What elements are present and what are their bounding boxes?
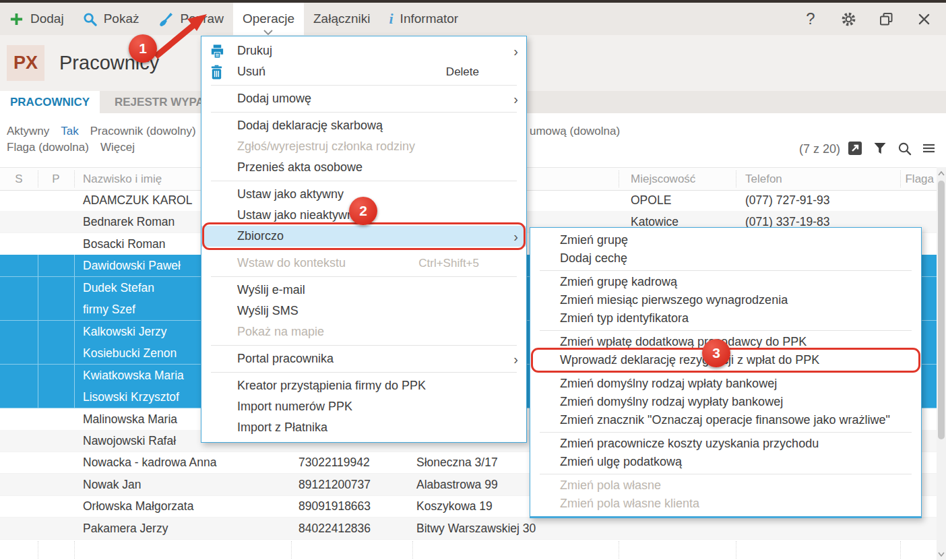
annotation-step-3: 3 bbox=[702, 339, 730, 367]
cell-name: Nowacka - kadrowa Anna bbox=[83, 452, 216, 473]
cell-separator bbox=[38, 342, 38, 364]
menu-item-dodaj-umowę[interactable]: Dodaj umowę› bbox=[201, 88, 526, 109]
menu-item-label: Portal pracownika bbox=[237, 352, 334, 366]
menu-item-label: Pokaż na mapie bbox=[237, 325, 324, 339]
menu-separator bbox=[540, 474, 912, 474]
cell-separator bbox=[74, 365, 75, 386]
record-count: (7 z 20) bbox=[799, 142, 840, 156]
menu-item-label: Zmień domyślny rodzaj wpłaty bankowej bbox=[560, 377, 777, 391]
column-separator bbox=[736, 170, 736, 187]
menu-item-zmień-grupę-kadrową[interactable]: Zmień grupę kadrową bbox=[530, 273, 921, 291]
filter-aktywny[interactable]: Aktywny bbox=[7, 125, 49, 138]
toolbar-item-label: Operacje bbox=[243, 11, 294, 26]
search-small-icon[interactable] bbox=[897, 142, 912, 156]
cell-separator bbox=[74, 342, 75, 364]
menu-item-kreator-przystąpienia-firmy-do-ppk[interactable]: Kreator przystąpienia firmy do PPK bbox=[201, 375, 526, 396]
filter-pracownik-dowolny[interactable]: Pracownik (dowolny) bbox=[90, 125, 196, 138]
toolbar-item-załączniki[interactable]: Załączniki bbox=[304, 3, 379, 35]
menu-item-shortcut: Ctrl+Shift+5 bbox=[418, 257, 526, 270]
menu-item-zmień-typ-identyfikatora[interactable]: Zmień typ identyfikatora bbox=[530, 309, 921, 328]
cell-pesel: 89091918663 bbox=[298, 495, 371, 517]
column-header-flag[interactable]: Flaga bbox=[846, 168, 934, 190]
cell-name: Nawojowski Rafał bbox=[83, 430, 176, 452]
menu-item-dodaj-deklarację-skarbową[interactable]: Dodaj deklarację skarbową bbox=[201, 115, 526, 136]
menu-item-drukuj[interactable]: Drukuj› bbox=[201, 40, 526, 61]
column-header-p[interactable]: P bbox=[38, 168, 74, 190]
menu-item-zmień-pola-własne: Zmień pola własne bbox=[530, 476, 921, 495]
filter-flaga-dowolna[interactable]: Flaga (dowolna) bbox=[7, 141, 89, 154]
menu-item-label: Zmień pola własne bbox=[560, 478, 661, 493]
annotation-step-2: 2 bbox=[349, 197, 377, 225]
settings-button[interactable] bbox=[840, 10, 857, 28]
column-header-phone[interactable]: Telefon bbox=[745, 168, 863, 190]
menu-item-zbiorczo[interactable]: Zbiorczo› bbox=[201, 226, 526, 247]
menu-item-zmień-domyślny-rodzaj-wypłaty-bankowej[interactable]: Zmień domyślny rodzaj wypłaty bankowej bbox=[530, 393, 921, 411]
menu-separator bbox=[540, 432, 912, 433]
hamburger-icon[interactable] bbox=[922, 143, 935, 154]
filter-contract-fragment[interactable]: umową (dowolna) bbox=[530, 125, 620, 138]
cell-name: Dudek Stefan bbox=[83, 277, 154, 299]
cell-name: Dawidowski Paweł bbox=[83, 255, 181, 276]
open-in-new-icon[interactable] bbox=[848, 141, 862, 156]
restore-button[interactable] bbox=[877, 10, 895, 28]
table-row[interactable]: Pakamera Jerzy84022412836Bitwy Warszawsk… bbox=[0, 518, 937, 540]
menu-item-label: Zmień miesiąc pierwszego wynagrodzenia bbox=[560, 293, 788, 307]
info-icon: i bbox=[389, 11, 393, 26]
cell-separator bbox=[38, 255, 38, 276]
toolbar-item-dodaj[interactable]: Dodaj bbox=[0, 3, 73, 35]
menu-item-portal-pracownika[interactable]: Portal pracownika› bbox=[201, 348, 526, 369]
menu-separator bbox=[211, 276, 517, 277]
scrollbar-thumb[interactable] bbox=[938, 181, 945, 439]
help-button[interactable]: ? bbox=[802, 10, 819, 28]
cell-address: Bitwy Warszawskiej 30 bbox=[416, 518, 536, 539]
cell-separator bbox=[38, 277, 38, 299]
filter-tak[interactable]: Tak bbox=[61, 125, 78, 138]
cell-name: Kwiatkowska Maria bbox=[83, 365, 184, 386]
menu-item-label: Zmień pracownicze koszty uzyskania przyc… bbox=[560, 437, 819, 451]
menu-item-wyślij-e-mail[interactable]: Wyślij e-mail bbox=[201, 280, 526, 301]
scroll-down-icon[interactable] bbox=[937, 549, 946, 559]
column-guide bbox=[38, 541, 38, 559]
tab-pracownicy[interactable]: PRACOWNICY bbox=[0, 91, 100, 113]
menu-item-label: Zmień pola własne klienta bbox=[560, 497, 699, 511]
menu-item-label: Ustaw jako nieaktywny bbox=[237, 208, 360, 222]
menu-separator bbox=[540, 270, 912, 271]
search-icon bbox=[83, 12, 97, 26]
menu-item-dodaj-cechę[interactable]: Dodaj cechę bbox=[530, 249, 921, 268]
cell-address: Koszykowa 19 bbox=[416, 495, 493, 517]
menu-item-label: Zmień domyślny rodzaj wypłaty bankowej bbox=[560, 395, 783, 409]
menu-item-usuń[interactable]: UsuńDelete bbox=[201, 61, 526, 82]
toolbar-item-operacje[interactable]: Operacje bbox=[233, 3, 304, 35]
filter-więcej[interactable]: Więcej bbox=[100, 141, 135, 154]
column-separator bbox=[900, 170, 901, 187]
cell-name: ADAMCZUK KAROL bbox=[83, 189, 192, 211]
menu-item-zmień-ulgę-podatkową[interactable]: Zmień ulgę podatkową bbox=[530, 453, 921, 471]
vertical-scrollbar[interactable] bbox=[937, 167, 946, 560]
cell-name: Nowak Jan bbox=[83, 474, 141, 495]
close-button[interactable] bbox=[915, 10, 933, 28]
menu-item-label: Zmień wpłatę dodatkową pracodawcy do PPK bbox=[560, 335, 807, 349]
plus-icon bbox=[9, 12, 24, 26]
menu-item-zmień-pracownicze-koszty-uzyskania-przychodu[interactable]: Zmień pracownicze koszty uzyskania przyc… bbox=[530, 435, 921, 453]
window-controls: ? bbox=[802, 3, 946, 35]
menu-item-import-numerów-ppk[interactable]: Import numerów PPK bbox=[201, 396, 526, 417]
column-header-city[interactable]: Miejscowość bbox=[631, 168, 742, 190]
tab-rejestr-wypa[interactable]: REJESTR WYPA bbox=[104, 91, 214, 113]
menu-item-wyślij-sms[interactable]: Wyślij SMS bbox=[201, 301, 526, 321]
filter-icon[interactable] bbox=[873, 142, 887, 155]
toolbar-item-label: Załączniki bbox=[313, 11, 370, 26]
menu-item-zmień-znacznik-oznaczaj-operacje-finansowe-jako-wrażliwe[interactable]: Zmień znacznik "Oznaczaj operacje finans… bbox=[530, 411, 921, 429]
column-header-s[interactable]: S bbox=[0, 168, 38, 190]
menu-item-przenieś-akta-osobowe[interactable]: Przenieś akta osobowe bbox=[201, 157, 526, 178]
menu-item-import-z-płatnika[interactable]: Import z Płatnika bbox=[201, 417, 526, 438]
menu-item-pokaż-na-mapie: Pokaż na mapie bbox=[201, 321, 526, 342]
menu-item-zmień-grupę[interactable]: Zmień grupę bbox=[530, 231, 921, 249]
scroll-up-icon[interactable] bbox=[937, 168, 946, 179]
cell-city: OPOLE bbox=[631, 189, 671, 211]
menu-item-zmień-miesiąc-pierwszego-wynagrodzenia[interactable]: Zmień miesiąc pierwszego wynagrodzenia bbox=[530, 291, 921, 309]
toolbar-item-informator[interactable]: iInformator bbox=[379, 3, 468, 35]
column-guide bbox=[736, 541, 736, 559]
menu-item-zmień-pola-własne-klienta: Zmień pola własne klienta bbox=[530, 495, 921, 513]
menu-separator bbox=[211, 372, 517, 373]
menu-item-zmień-domyślny-rodzaj-wpłaty-bankowej[interactable]: Zmień domyślny rodzaj wpłaty bankowej bbox=[530, 375, 921, 393]
